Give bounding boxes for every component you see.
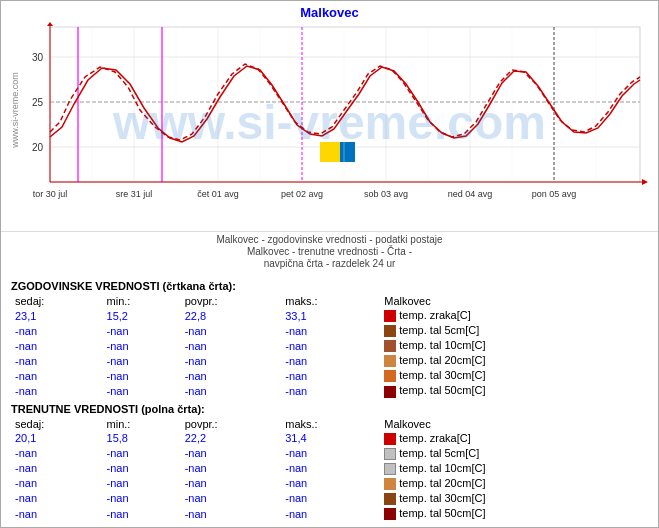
c-label-0: temp. zraka[C]	[380, 431, 648, 446]
legend-line-3: navpična črta - razdelek 24 ur	[9, 258, 650, 269]
main-container: Malkovec www.si-vreme.com www.si-vreme.c…	[0, 0, 659, 528]
legend-area: Malkovec - zgodovinske vrednosti - podat…	[1, 231, 658, 272]
h-min-5: -nan	[103, 383, 181, 398]
y-label-30: 30	[31, 52, 43, 63]
y-label-20: 20	[31, 142, 43, 153]
h-min-4: -nan	[103, 368, 181, 383]
c-povpr-3: -nan	[181, 476, 282, 491]
col-min-c: min.:	[103, 417, 181, 431]
h-maks-1: -nan	[281, 323, 380, 338]
x-label-3: pet 02 avg	[280, 189, 322, 199]
h-label-4: temp. tal 30cm[C]	[380, 368, 648, 383]
chart-area: Malkovec www.si-vreme.com www.si-vreme.c…	[1, 1, 658, 231]
c-min-0: 15,8	[103, 431, 181, 446]
x-label-1: sre 31 jul	[115, 189, 152, 199]
c-povpr-2: -nan	[181, 461, 282, 476]
c-maks-5: -nan	[281, 506, 380, 521]
x-label-6: pon 05 avg	[531, 189, 576, 199]
h-sedaj-0: 23,1	[11, 308, 103, 323]
current-row-4: -nan -nan -nan -nan temp. tal 30cm[C]	[11, 491, 648, 506]
h-maks-2: -nan	[281, 338, 380, 353]
c-min-2: -nan	[103, 461, 181, 476]
h-povpr-2: -nan	[181, 338, 282, 353]
col-sedaj-h: sedaj:	[11, 294, 103, 308]
c-min-3: -nan	[103, 476, 181, 491]
h-sedaj-4: -nan	[11, 368, 103, 383]
c-label-5: temp. tal 50cm[C]	[380, 506, 648, 521]
current-row-1: -nan -nan -nan -nan temp. tal 5cm[C]	[11, 446, 648, 461]
current-col-headers: sedaj: min.: povpr.: maks.: Malkovec	[11, 417, 648, 431]
c-sedaj-1: -nan	[11, 446, 103, 461]
chart-svg: www.si-vreme.com 30 25 20	[10, 22, 650, 217]
c-min-1: -nan	[103, 446, 181, 461]
h-povpr-1: -nan	[181, 323, 282, 338]
historical-header: ZGODOVINSKE VREDNOSTI (črtkana črta):	[11, 280, 648, 292]
c-label-1: temp. tal 5cm[C]	[380, 446, 648, 461]
legend-line-2: Malkovec - trenutne vrednosti - Črta -	[9, 246, 650, 257]
h-color-2	[384, 340, 396, 352]
current-table: sedaj: min.: povpr.: maks.: Malkovec 20,…	[11, 417, 648, 522]
c-color-5	[384, 508, 396, 520]
c-color-0	[384, 433, 396, 445]
col-povpr-h: povpr.:	[181, 294, 282, 308]
h-povpr-5: -nan	[181, 383, 282, 398]
c-povpr-1: -nan	[181, 446, 282, 461]
y-axis-label: www.si-vreme.com	[10, 72, 20, 149]
c-label-3: temp. tal 20cm[C]	[380, 476, 648, 491]
col-min-h: min.:	[103, 294, 181, 308]
h-color-4	[384, 370, 396, 382]
h-povpr-4: -nan	[181, 368, 282, 383]
c-sedaj-4: -nan	[11, 491, 103, 506]
current-header: TRENUTNE VREDNOSTI (polna črta):	[11, 403, 648, 415]
data-section: ZGODOVINSKE VREDNOSTI (črtkana črta): se…	[1, 272, 658, 523]
c-color-3	[384, 478, 396, 490]
h-label-0: temp. zraka[C]	[380, 308, 648, 323]
col-malkovec-c: Malkovec	[380, 417, 648, 431]
c-maks-3: -nan	[281, 476, 380, 491]
c-sedaj-2: -nan	[11, 461, 103, 476]
c-label-2: temp. tal 10cm[C]	[380, 461, 648, 476]
c-color-1	[384, 448, 396, 460]
c-color-2	[384, 463, 396, 475]
h-povpr-0: 22,8	[181, 308, 282, 323]
h-sedaj-1: -nan	[11, 323, 103, 338]
c-maks-4: -nan	[281, 491, 380, 506]
h-color-3	[384, 355, 396, 367]
h-min-0: 15,2	[103, 308, 181, 323]
h-min-3: -nan	[103, 353, 181, 368]
historical-row-2: -nan -nan -nan -nan temp. tal 10cm[C]	[11, 338, 648, 353]
col-malkovec-h: Malkovec	[380, 294, 648, 308]
c-sedaj-0: 20,1	[11, 431, 103, 446]
c-maks-1: -nan	[281, 446, 380, 461]
col-maks-h: maks.:	[281, 294, 380, 308]
h-color-5	[384, 386, 396, 398]
h-label-1: temp. tal 5cm[C]	[380, 323, 648, 338]
chart-title: Malkovec	[1, 1, 658, 22]
chart-svg-container: www.si-vreme.com www.si-vreme.com 30 25 …	[1, 22, 658, 222]
c-povpr-0: 22,2	[181, 431, 282, 446]
historical-row-3: -nan -nan -nan -nan temp. tal 20cm[C]	[11, 353, 648, 368]
h-color-0	[384, 310, 396, 322]
h-maks-3: -nan	[281, 353, 380, 368]
c-maks-2: -nan	[281, 461, 380, 476]
svg-rect-8	[320, 142, 340, 162]
x-label-0: tor 30 jul	[32, 189, 67, 199]
h-sedaj-3: -nan	[11, 353, 103, 368]
h-color-1	[384, 325, 396, 337]
h-sedaj-2: -nan	[11, 338, 103, 353]
svg-marker-24	[642, 179, 648, 185]
c-povpr-5: -nan	[181, 506, 282, 521]
col-maks-c: maks.:	[281, 417, 380, 431]
x-label-2: čet 01 avg	[197, 189, 239, 199]
c-povpr-4: -nan	[181, 491, 282, 506]
col-povpr-c: povpr.:	[181, 417, 282, 431]
current-row-0: 20,1 15,8 22,2 31,4 temp. zraka[C]	[11, 431, 648, 446]
x-label-5: ned 04 avg	[447, 189, 492, 199]
h-maks-5: -nan	[281, 383, 380, 398]
historical-row-4: -nan -nan -nan -nan temp. tal 30cm[C]	[11, 368, 648, 383]
h-sedaj-5: -nan	[11, 383, 103, 398]
c-maks-0: 31,4	[281, 431, 380, 446]
svg-marker-26	[47, 22, 53, 26]
c-sedaj-3: -nan	[11, 476, 103, 491]
historical-table: sedaj: min.: povpr.: maks.: Malkovec 23,…	[11, 294, 648, 399]
